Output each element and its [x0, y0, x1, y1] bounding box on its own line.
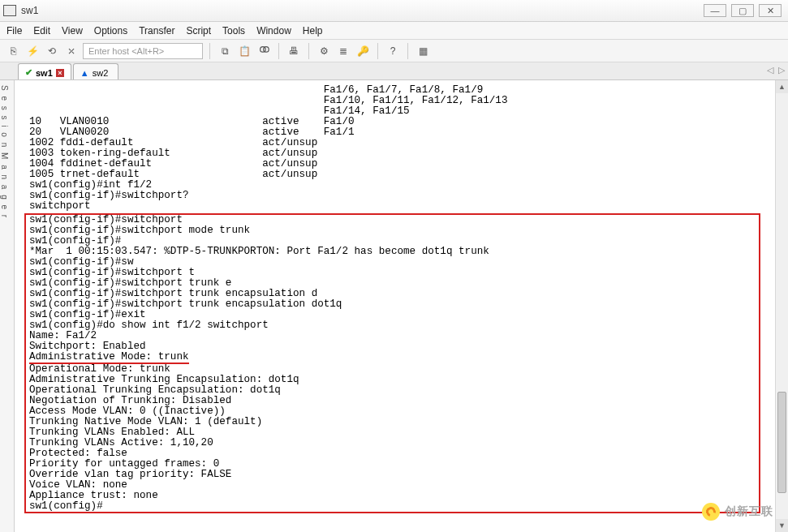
- toolbar-paste-icon[interactable]: 📋: [236, 43, 252, 59]
- toolbar-tile-icon[interactable]: ▦: [415, 43, 431, 59]
- status-ok-icon: ✔: [25, 67, 32, 78]
- tab-label: sw2: [93, 68, 109, 78]
- tab-sw1[interactable]: ✔ sw1 ×: [18, 63, 71, 79]
- terminal-output-box2: Operational Mode: trunk Administrative T…: [29, 363, 299, 512]
- menu-tools[interactable]: Tools: [222, 25, 245, 36]
- app-icon: [3, 5, 16, 16]
- toolbar-separator: [308, 43, 309, 59]
- toolbar-separator: [407, 43, 408, 59]
- highlight-underline: Administrative Mode: trunk: [29, 352, 189, 364]
- menu-transfer[interactable]: Transfer: [139, 25, 174, 36]
- session-manager-sidebar[interactable]: S e s s i o n M a n a g e r: [0, 80, 15, 532]
- menu-edit[interactable]: Edit: [33, 25, 50, 36]
- host-input[interactable]: Enter host <Alt+R>: [83, 43, 203, 59]
- toolbar: ⎘ ⚡ ⟲ ⤫ Enter host <Alt+R> ⧉ 📋 🖶 ⚙ ≣ 🔑 ?…: [0, 40, 788, 62]
- menu-window[interactable]: Window: [256, 25, 291, 36]
- tab-nav-right[interactable]: ▷: [778, 65, 785, 75]
- toolbar-separator: [278, 43, 279, 59]
- svg-point-1: [263, 47, 269, 53]
- toolbar-disconnect-icon[interactable]: ⤫: [63, 43, 80, 59]
- menu-help[interactable]: Help: [303, 25, 323, 36]
- toolbar-help-icon[interactable]: ?: [385, 43, 401, 59]
- menubar: File Edit View Options Transfer Script T…: [0, 22, 788, 40]
- toolbar-connect-icon[interactable]: ⎘: [5, 43, 21, 59]
- main-area: S e s s i o n M a n a g e r Fa1/6, Fa1/7…: [0, 80, 788, 532]
- scrollbar: ▲ ▼: [775, 80, 788, 532]
- terminal-output-box1: sw1(config-if)#switchport sw1(config-if)…: [29, 214, 489, 352]
- window-title: sw1: [21, 5, 704, 16]
- highlight-box: sw1(config-if)#switchport sw1(config-if)…: [24, 213, 760, 513]
- toolbar-separator: [209, 43, 210, 59]
- window-buttons: — ▢ ✕: [704, 4, 782, 17]
- terminal[interactable]: Fa1/6, Fa1/7, Fa1/8, Fa1/9 Fa1/10, Fa1/1…: [15, 80, 775, 532]
- scroll-down-button[interactable]: ▼: [776, 519, 788, 532]
- scroll-thumb[interactable]: [777, 392, 786, 493]
- toolbar-key-icon[interactable]: 🔑: [355, 43, 371, 59]
- close-button[interactable]: ✕: [759, 4, 782, 17]
- tab-label: sw1: [36, 68, 53, 78]
- menu-view[interactable]: View: [62, 25, 83, 36]
- tab-nav: ◁ ▷: [767, 65, 785, 75]
- tab-nav-left[interactable]: ◁: [767, 65, 773, 75]
- toolbar-separator: [377, 43, 378, 59]
- minimize-button[interactable]: —: [704, 4, 726, 17]
- menu-options[interactable]: Options: [94, 25, 127, 36]
- toolbar-properties-icon[interactable]: ≣: [335, 43, 351, 59]
- toolbar-settings-icon[interactable]: ⚙: [316, 43, 332, 59]
- menu-script[interactable]: Script: [186, 25, 211, 36]
- terminal-output-top: Fa1/6, Fa1/7, Fa1/8, Fa1/9 Fa1/10, Fa1/1…: [29, 84, 507, 212]
- maximize-button[interactable]: ▢: [731, 4, 754, 17]
- scroll-up-button[interactable]: ▲: [776, 80, 788, 93]
- terminal-wrap: Fa1/6, Fa1/7, Fa1/8, Fa1/9 Fa1/10, Fa1/1…: [15, 80, 788, 532]
- status-warn-icon: ▲: [80, 68, 89, 78]
- menu-file[interactable]: File: [6, 25, 22, 36]
- toolbar-quick-connect-icon[interactable]: ⚡: [24, 43, 41, 59]
- scroll-track[interactable]: [776, 93, 788, 519]
- tab-sw2[interactable]: ▲ sw2: [73, 63, 118, 79]
- tab-close-icon[interactable]: ×: [56, 69, 64, 77]
- session-tabstrip: ✔ sw1 × ▲ sw2 ◁ ▷: [0, 62, 788, 80]
- toolbar-copy-icon[interactable]: ⧉: [217, 43, 233, 59]
- titlebar: sw1 — ▢ ✕: [0, 0, 788, 22]
- toolbar-reconnect-icon[interactable]: ⟲: [44, 43, 60, 59]
- toolbar-find-icon[interactable]: [256, 43, 272, 59]
- toolbar-print-icon[interactable]: 🖶: [286, 43, 302, 59]
